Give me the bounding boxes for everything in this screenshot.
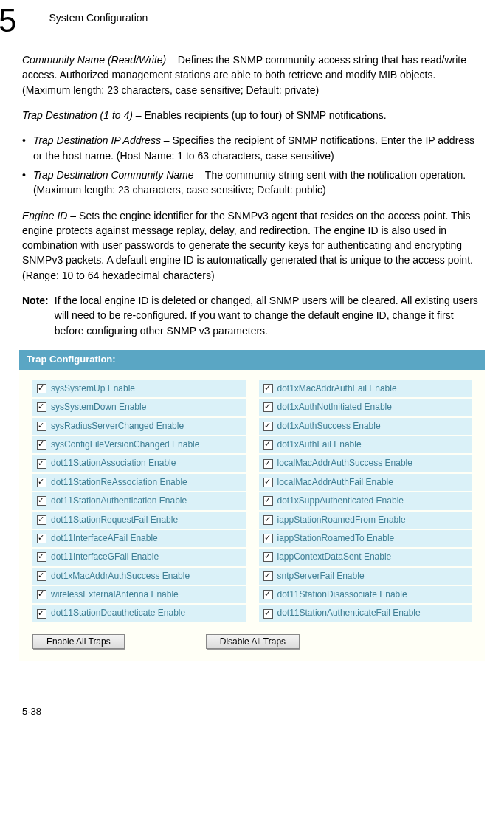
text-trap-dest: – Enables recipients (up to four) of SNM… [133,109,387,121]
trap-option: dot11InterfaceGFail Enable [32,549,246,565]
label-engine-id: Engine ID [22,210,67,221]
trap-label: wirelessExternalAntenna Enable [51,588,179,601]
trap-label: dot11InterfaceGFail Enable [51,551,159,563]
chapter-number: 5 [0,7,16,33]
trap-column-left: sysSystemUp EnablesysSystemDown Enablesy… [32,380,246,622]
trap-checkbox[interactable] [37,440,46,450]
bullet-label-ip: Trap Destination IP Address [33,134,161,146]
trap-option: dot1xSuppAuthenticated Enable [259,492,472,509]
bullet-trap-ip: Trap Destination IP Address – Specifies … [22,133,482,163]
trap-label: sysConfigFileVersionChanged Enable [51,439,199,451]
trap-option: iappStationRoamedFrom Enable [259,512,472,529]
trap-checkbox[interactable] [37,590,46,599]
paragraph-engine-id: Engine ID – Sets the engine identifier f… [22,208,482,283]
trap-label: dot1xAuthSuccess Enable [277,420,381,433]
text-engine-id: – Sets the engine identifier for the SNM… [22,210,473,281]
trap-checkbox[interactable] [37,478,46,487]
trap-label: dot11InterfaceAFail Enable [51,532,158,545]
label-community-name: Community Name (Read/Write) [22,54,166,66]
trap-option: sysConfigFileVersionChanged Enable [32,436,246,453]
trap-label: dot11StationAssociation Enable [51,457,176,470]
trap-option: wirelessExternalAntenna Enable [32,586,246,603]
trap-column-right: dot1xMacAddrAuthFail Enabledot1xAuthNotI… [259,380,472,622]
trap-checkbox[interactable] [263,515,273,525]
paragraph-community-name: Community Name (Read/Write) – Defines th… [22,52,482,97]
trap-checkbox[interactable] [263,478,273,487]
trap-option: localMacAddrAuthFail Enable [259,474,472,491]
page-header: 5 System Configuration [22,7,482,33]
trap-label: dot11StationDisassociate Enable [277,588,407,601]
trap-label: localMacAddrAuthFail Enable [277,476,393,489]
bullet-list: Trap Destination IP Address – Specifies … [22,133,482,197]
trap-checkbox[interactable] [263,590,273,599]
trap-checkbox[interactable] [263,571,273,581]
trap-label: dot11StationAuthentication Enable [51,495,187,507]
trap-checkbox[interactable] [263,496,273,506]
trap-checkbox[interactable] [37,552,46,562]
trap-option: localMacAddrAuthSuccess Enable [259,455,472,472]
trap-option: dot11StationAuthentication Enable [32,492,246,509]
trap-label: iappStationRoamedTo Enable [277,532,395,545]
trap-label: iappContextDataSent Enable [277,551,392,563]
bullet-trap-community: Trap Destination Community Name – The co… [22,168,482,198]
trap-option: dot11StationReAssociation Enable [32,474,246,491]
trap-option: dot11StationRequestFail Enable [32,512,246,529]
trap-checkbox[interactable] [37,459,46,469]
trap-label: sysRadiusServerChanged Enable [51,420,184,433]
trap-checkbox[interactable] [37,402,46,412]
trap-option: sysRadiusServerChanged Enable [32,418,246,435]
note-block: Note: If the local engine ID is deleted … [22,293,482,338]
trap-label: localMacAddrAuthSuccess Enable [277,457,412,470]
trap-option: sysSystemUp Enable [32,380,246,397]
trap-option: iappStationRoamedTo Enable [259,530,472,547]
page-number: 5-38 [22,705,482,719]
trap-label: dot11StationRequestFail Enable [51,514,178,526]
trap-label: sysSystemUp Enable [51,382,135,395]
trap-option: dot1xAuthSuccess Enable [259,418,472,435]
trap-label: dot11StationDeautheticate Enable [51,607,185,619]
label-trap-dest: Trap Destination (1 to 4) [22,109,133,121]
trap-checkbox[interactable] [37,609,46,619]
trap-checkbox[interactable] [37,384,46,393]
trap-label: dot1xMacAddrAuthSuccess Enable [51,570,190,582]
trap-option: sntpServerFail Enable [259,568,472,585]
trap-checkbox[interactable] [263,552,273,562]
note-text: If the local engine ID is deleted or cha… [55,293,482,338]
trap-checkbox[interactable] [37,422,46,431]
trap-label: sysSystemDown Enable [51,401,146,413]
chapter-title: System Configuration [49,7,148,25]
trap-checkbox[interactable] [37,496,46,506]
trap-label: dot11StationAuthenticateFail Enable [277,607,421,619]
trap-option: sysSystemDown Enable [32,399,246,416]
trap-option: dot11StationDeautheticate Enable [32,605,246,622]
enable-all-traps-button[interactable]: Enable All Traps [32,634,125,649]
trap-option: dot11StationDisassociate Enable [259,586,472,603]
trap-checkbox[interactable] [263,422,273,431]
trap-checkbox[interactable] [263,440,273,450]
trap-checkbox[interactable] [37,515,46,525]
trap-option: dot11InterfaceAFail Enable [32,530,246,547]
disable-all-traps-button[interactable]: Disable All Traps [206,634,300,649]
trap-option: dot1xAuthNotInitiated Enable [259,399,472,416]
trap-checkbox[interactable] [263,459,273,469]
trap-option: dot11StationAssociation Enable [32,455,246,472]
trap-label: dot1xAuthFail Enable [277,439,362,451]
trap-checkbox[interactable] [37,534,46,543]
trap-checkbox[interactable] [263,384,273,393]
trap-option: iappContextDataSent Enable [259,549,472,565]
note-label: Note: [22,293,49,338]
trap-option: dot11StationAuthenticateFail Enable [259,605,472,622]
trap-label: dot1xAuthNotInitiated Enable [277,401,392,413]
trap-label: dot11StationReAssociation Enable [51,476,187,489]
panel-header: Trap Configuration: [19,350,485,370]
trap-label: dot1xMacAddrAuthFail Enable [277,382,397,395]
trap-checkbox[interactable] [263,534,273,543]
bullet-label-community: Trap Destination Community Name [33,169,194,181]
trap-option: dot1xMacAddrAuthFail Enable [259,380,472,397]
trap-checkbox[interactable] [263,402,273,412]
trap-checkbox[interactable] [37,571,46,581]
trap-label: iappStationRoamedFrom Enable [277,514,406,526]
paragraph-trap-dest: Trap Destination (1 to 4) – Enables reci… [22,108,482,123]
trap-checkbox[interactable] [263,609,273,619]
trap-option: dot1xAuthFail Enable [259,436,472,453]
